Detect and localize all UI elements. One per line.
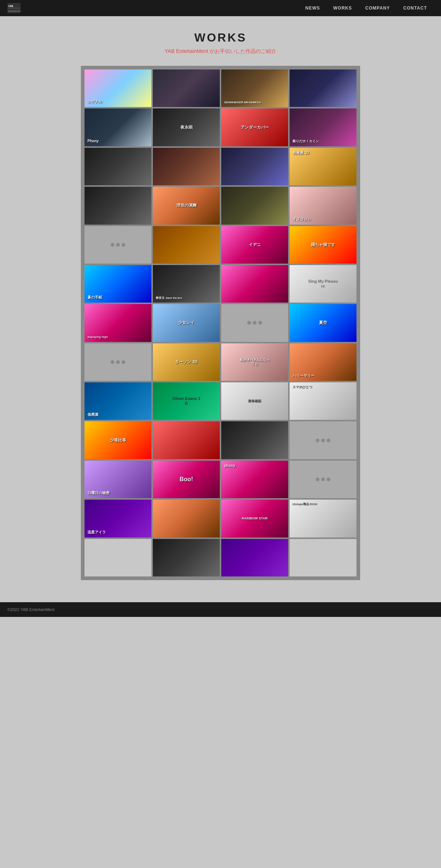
grid-item-2[interactable] [153, 69, 220, 107]
grid-item-27[interactable] [221, 304, 288, 342]
grid-item-25[interactable]: dopoping high [85, 304, 151, 342]
grid-item-33[interactable]: 係廃屋 [85, 382, 151, 420]
grid-item-39[interactable] [221, 421, 288, 459]
grid-item-9[interactable] [85, 148, 151, 185]
logo-icon: YAB Entertainment [7, 3, 21, 13]
grid-item-48[interactable]: iZotope製品 RX10 [290, 500, 356, 537]
site-footer: ©2022 YAB EntertainMent [0, 602, 441, 617]
grid-item-6[interactable]: 夜永唄 [153, 108, 220, 146]
grid-item-46[interactable] [153, 500, 220, 537]
grid-item-18[interactable] [153, 226, 220, 264]
grid-item-17[interactable] [85, 226, 151, 264]
grid-item-14[interactable]: 浮世の演舞 [153, 187, 220, 224]
nav-company[interactable]: COMPANY [359, 0, 397, 16]
grid-item-32[interactable]: ハリーサリー [290, 343, 356, 381]
nav-news[interactable]: NEWS [299, 0, 327, 16]
grid-item-34[interactable]: Oliver Evans 3D [153, 382, 220, 420]
grid-item-15[interactable] [221, 187, 288, 224]
svg-text:Entertainment: Entertainment [8, 10, 21, 12]
grid-item-36[interactable]: スマホひとつ [290, 382, 356, 420]
site-header: YAB Entertainment NEWS WORKS COMPANY CON… [0, 0, 441, 16]
grid-item-3[interactable]: SENNHEISER MK4&MKS4 [221, 69, 288, 107]
grid-item-38[interactable] [153, 421, 220, 459]
grid-item-8[interactable]: 祭りだホ！カミン [290, 108, 356, 146]
main-nav: NEWS WORKS COMPANY CONTACT [299, 0, 434, 16]
grid-item-1[interactable]: シグナル [85, 69, 151, 107]
page-title: WORKS [0, 31, 441, 44]
main-content: WORKS YAB EntertainMent がお手伝いした作品のご紹介 シグ… [0, 16, 441, 602]
grid-item-22[interactable]: 救世主 Jane Da Arc [153, 265, 220, 303]
grid-item-5[interactable]: Phony [85, 108, 151, 146]
svg-text:YAB: YAB [8, 5, 13, 7]
nav-contact[interactable]: CONTACT [397, 0, 434, 16]
grid-item-24[interactable]: Sing My Pleasure [290, 265, 356, 303]
grid-item-13[interactable] [85, 187, 151, 224]
footer-copyright: ©2022 YAB EntertainMent [7, 607, 54, 612]
grid-item-41[interactable]: 日曜日の秘密 [85, 461, 151, 498]
grid-item-20[interactable]: 踊ちゃ損です [290, 226, 356, 264]
grid-item-50[interactable] [153, 539, 220, 576]
grid-item-49 [85, 539, 151, 576]
grid-item-23[interactable] [221, 265, 288, 303]
grid-item-21[interactable]: 蒼の手紙 [85, 265, 151, 303]
page-subtitle: YAB EntertainMent がお手伝いした作品のご紹介 [0, 48, 441, 55]
works-grid: シグナル SENNHEISER MK4&MKS4 Phony 夜永唄 アンダーカ… [81, 66, 360, 580]
grid-item-16[interactable]: イヌゴロシ [290, 187, 356, 224]
grid-item-26[interactable]: 少女レイ [153, 304, 220, 342]
grid-item-44[interactable] [290, 461, 356, 498]
grid-item-51[interactable] [221, 539, 288, 576]
grid-item-40[interactable] [290, 421, 356, 459]
grid-item-28[interactable]: 夏空 [290, 304, 356, 342]
grid-item-43[interactable]: phony [221, 461, 288, 498]
grid-item-29[interactable] [85, 343, 151, 381]
grid-item-45[interactable]: 流星アイラ [85, 500, 151, 537]
grid-item-47[interactable]: RAINBOW STAR [221, 500, 288, 537]
grid-item-11[interactable] [221, 148, 288, 185]
grid-item-7[interactable]: アンダーカバー [221, 108, 288, 146]
grid-item-4[interactable] [290, 69, 356, 107]
nav-works[interactable]: WORKS [327, 0, 359, 16]
grid-item-37[interactable]: 少等比等 [85, 421, 151, 459]
grid-item-12[interactable]: 長尾景 3D [290, 148, 356, 185]
grid-item-30[interactable]: ターソン 3D [153, 343, 220, 381]
grid-item-19[interactable]: イデニ [221, 226, 288, 264]
grid-item-31[interactable]: 私がオバさんになっても [221, 343, 288, 381]
grid-item-35[interactable]: 資格確認 [221, 382, 288, 420]
grid-item-42[interactable]: Boo! [153, 461, 220, 498]
grid-item-52 [290, 539, 356, 576]
grid-item-10[interactable] [153, 148, 220, 185]
logo-area[interactable]: YAB Entertainment [7, 3, 21, 13]
